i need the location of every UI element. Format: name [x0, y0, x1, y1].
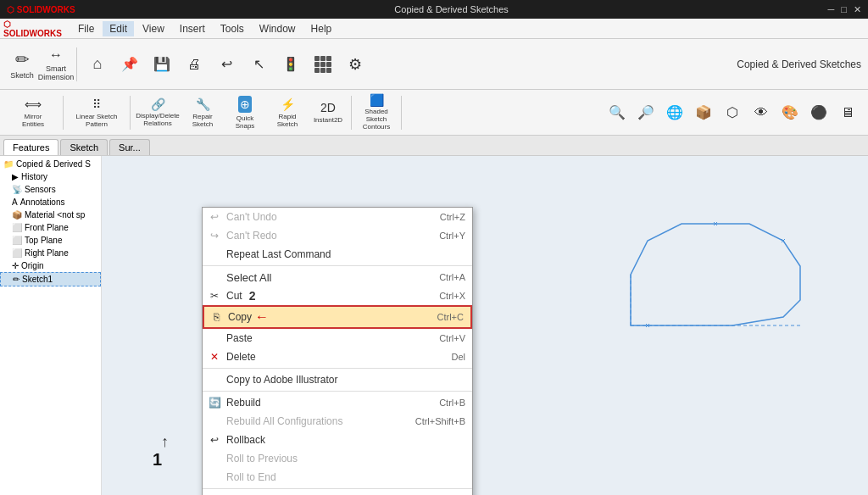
eye-icon: 👁	[754, 105, 768, 120]
sketch1-label: Sketch1	[22, 275, 53, 284]
toolbar2-sep1	[63, 96, 64, 130]
sidebar-copied-derived[interactable]: 📁 Copied & Derived S	[0, 158, 101, 170]
ctx-roll-previous[interactable]: Roll to Previous	[203, 449, 472, 468]
toolbar-cursor-btn[interactable]: ↖	[243, 47, 274, 82]
view-cube-btn[interactable]: ⬡	[719, 93, 746, 132]
ctx-delete[interactable]: ✕ Delete Del	[203, 348, 472, 366]
ctx-cant-redo[interactable]: ↪ Can't Redo Ctrl+Y	[203, 226, 472, 245]
ctx-copy-illustrator[interactable]: Copy to Adobe Illustrator	[203, 370, 472, 389]
linear-pattern-btn[interactable]: ⠿ Linear Sketch Pattern	[67, 93, 126, 132]
cursor-icon: ↖	[253, 56, 264, 72]
repair-sketch-btn[interactable]: 🔧 Repair Sketch	[183, 93, 222, 132]
sidebar-material[interactable]: 📦 Material <not sp	[0, 209, 101, 221]
sketch1-icon: ✏	[13, 275, 19, 284]
repair-icon: 🔧	[196, 97, 210, 111]
sidebar-sensors[interactable]: 📡 Sensors	[0, 183, 101, 196]
quick-snaps-icon: ⊕	[238, 96, 252, 113]
view-monitor-btn[interactable]: 🖥	[834, 93, 861, 132]
ctx-rebuild-all[interactable]: Rebuild All Configurations Ctrl+Shift+B	[203, 412, 472, 431]
shaded-sketch-btn[interactable]: 🟦 Shaded Sketch Contours	[355, 93, 398, 132]
3d-icon: 📦	[695, 104, 712, 120]
view-pan-btn[interactable]: 🔎	[632, 93, 659, 132]
toolbar-smart-dim-btn[interactable]: ↔ SmartDimension	[41, 47, 71, 82]
toolbar2-sep2	[130, 96, 131, 130]
sidebar-sketch1[interactable]: ✏ Sketch1	[0, 272, 101, 286]
mirror-entities-btn[interactable]: ⟺ Mirror Entities	[12, 93, 54, 132]
ctx-delete-label: Delete	[226, 351, 256, 363]
rapid-sketch-btn[interactable]: ⚡ Rapid Sketch	[268, 93, 307, 132]
view-color-btn[interactable]: 🎨	[776, 93, 804, 132]
ctx-copy-label: Copy	[228, 311, 252, 323]
toolbar-home-btn[interactable]: ⌂	[82, 47, 113, 82]
redo-icon: ↪	[208, 229, 221, 242]
cube-icon: ⬡	[726, 104, 738, 120]
ctx-paste-label: Paste	[226, 332, 253, 344]
ctx-paste[interactable]: Paste Ctrl+V	[203, 329, 472, 348]
shaded-sketch-label: Shaded Sketch Contours	[360, 108, 392, 131]
ctx-cant-redo-label: Can't Redo	[226, 230, 277, 242]
menu-help[interactable]: Help	[304, 21, 339, 36]
window-title: Copied & Derived Sketches	[75, 4, 828, 14]
tab-surface[interactable]: Sur...	[109, 139, 150, 155]
tab-features[interactable]: Features	[3, 139, 58, 155]
ctx-rebuild[interactable]: 🔄 Rebuild Ctrl+B	[203, 393, 472, 412]
ctx-roll-end[interactable]: Roll to End	[203, 468, 472, 487]
view-sphere-btn[interactable]: ⚫	[805, 93, 832, 132]
secondary-toolbar: ⟺ Mirror Entities ⠿ Linear Sketch Patter…	[0, 90, 868, 136]
ctx-rollback[interactable]: ↩ Rollback	[203, 431, 472, 449]
maximize-btn[interactable]: □	[841, 4, 847, 15]
menu-view[interactable]: View	[136, 21, 171, 36]
toolbar-undo-btn[interactable]: ↩	[211, 47, 242, 82]
instant2d-btn[interactable]: 2D Instant2D	[309, 93, 348, 132]
display-delete-btn[interactable]: 🔗 Display/Delete Relations	[134, 93, 181, 132]
annotation-1: 1	[153, 450, 162, 470]
ctx-cant-undo-label: Can't Undo	[226, 211, 277, 223]
quick-snaps-btn[interactable]: ⊕ Quick Snaps	[224, 93, 266, 132]
view-orient-btn[interactable]: 🌐	[661, 93, 688, 132]
rebuild-icon: 🔄	[208, 396, 221, 409]
toolbar-print-btn[interactable]: 🖨	[179, 47, 209, 82]
orient-icon: 🌐	[666, 104, 683, 120]
menu-edit[interactable]: Edit	[103, 21, 134, 36]
toolbar-save-btn[interactable]: 💾	[147, 47, 177, 82]
view-zoom-btn[interactable]: 🔍	[604, 93, 631, 132]
copy-icon: ⎘	[209, 310, 223, 324]
toolbar-grid-btn[interactable]	[308, 47, 338, 82]
menu-file[interactable]: File	[71, 21, 101, 36]
toolbar-sketch-btn[interactable]: ✏ Sketch	[7, 47, 37, 82]
tab-sketch[interactable]: Sketch	[60, 139, 108, 155]
toolbar-pin-btn[interactable]: 📌	[114, 47, 145, 82]
front-plane-label: Front Plane	[25, 223, 69, 232]
title-bar: ⬡ SOLIDWORKS Copied & Derived Sketches ─…	[0, 0, 868, 19]
sidebar-front-plane[interactable]: ⬜ Front Plane	[0, 221, 101, 234]
ctx-suppress[interactable]: Suppress ▶	[203, 491, 472, 495]
ctx-repeat-last[interactable]: Repeat Last Command	[203, 245, 472, 264]
minimize-btn[interactable]: ─	[828, 4, 835, 15]
menu-window[interactable]: Window	[253, 21, 303, 36]
view-3d-btn[interactable]: 📦	[690, 93, 717, 132]
sidebar-annotations[interactable]: A Annotations	[0, 196, 101, 209]
ctx-sep1	[203, 265, 472, 266]
sidebar-history[interactable]: ▶ History	[0, 170, 101, 183]
repair-label: Repair Sketch	[188, 113, 217, 128]
zoom-icon: 🔍	[609, 104, 626, 120]
arrow-1: ↑	[161, 433, 169, 451]
instant2d-icon: 2D	[320, 101, 336, 114]
ctx-cant-undo[interactable]: ↩ Can't Undo Ctrl+Z	[203, 208, 472, 226]
toolbar-settings-btn[interactable]: ⚙	[340, 47, 370, 82]
close-btn[interactable]: ✕	[854, 4, 861, 15]
ctx-copy[interactable]: ⎘ Copy ← Ctrl+C	[203, 305, 472, 329]
ctx-cut-shortcut: Ctrl+X	[439, 291, 465, 301]
view-eye-btn[interactable]: 👁	[748, 93, 775, 132]
toolbar-traffic-btn[interactable]: 🚦	[275, 47, 306, 82]
ctx-cut[interactable]: ✂ Cut 2 Ctrl+X	[203, 286, 472, 305]
linear-pattern-label: Linear Sketch Pattern	[72, 113, 121, 128]
sidebar-origin[interactable]: ✛ Origin	[0, 259, 101, 272]
sidebar-right-plane[interactable]: ⬜ Right Plane	[0, 247, 101, 259]
ctx-rebuild-shortcut: Ctrl+B	[439, 398, 465, 408]
sidebar-top-plane[interactable]: ⬜ Top Plane	[0, 234, 101, 247]
ctx-select-all[interactable]: Select All Ctrl+A	[203, 268, 472, 286]
menu-tools[interactable]: Tools	[214, 21, 251, 36]
menu-insert[interactable]: Insert	[173, 21, 212, 36]
copied-derived-label: Copied & Derived S	[16, 159, 91, 169]
